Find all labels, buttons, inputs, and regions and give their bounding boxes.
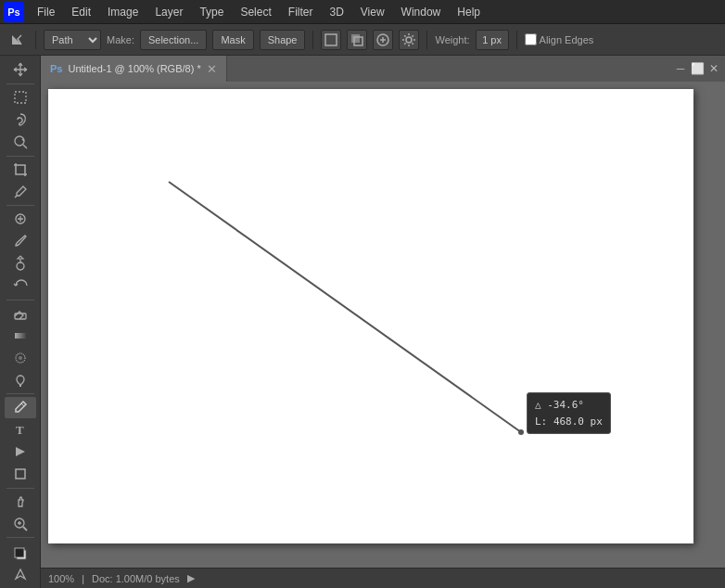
svg-point-10 [17,262,24,270]
status-bar: 100% | Doc: 1.00M/0 bytes ▶ [41,568,725,588]
path-endpoint [518,429,524,435]
options-bar: Path Shape Pixels Make: Selection... Mas… [0,24,725,56]
svg-rect-5 [15,92,26,103]
doc-tab-bar: Ps Untitled-1 @ 100% (RGB/8) * ✕ ─ ⬜ ✕ [41,56,725,82]
svg-rect-1 [351,34,360,43]
svg-point-14 [19,356,22,360]
tool-history-brush[interactable] [5,275,36,297]
tool-lasso[interactable] [5,109,36,131]
svg-line-19 [23,527,27,530]
menu-file[interactable]: File [30,4,62,20]
make-label: Make: [107,34,134,45]
tool-zoom[interactable] [5,513,36,534]
selection-button[interactable]: Selection... [140,30,207,50]
menu-image[interactable]: Image [100,4,146,20]
tool-gradient[interactable] [5,325,36,346]
path-ops-icon-1[interactable] [321,30,341,50]
angle-row: △ -34.6° [535,397,603,414]
menu-view[interactable]: View [353,4,392,20]
svg-point-6 [15,136,24,146]
tool-healing[interactable] [5,209,36,230]
tool-crop[interactable] [5,159,36,180]
gear-icon[interactable] [399,30,419,50]
path-ops-icon-2[interactable] [347,30,367,50]
align-edges-checkbox[interactable] [525,33,537,45]
doc-tab[interactable]: Ps Untitled-1 @ 100% (RGB/8) * ✕ [41,56,227,82]
angle-value: -34.6° [547,399,584,411]
tool-separator-5 [6,393,34,394]
svg-rect-17 [16,469,25,479]
zoom-level: 100% [48,573,74,584]
doc-minimize-btn[interactable]: ─ [673,61,688,76]
pen-path-line [169,182,521,432]
tool-path-select[interactable] [5,441,36,463]
main-area: T [0,56,725,588]
tool-eyedropper[interactable] [5,181,36,202]
path-ops-icon-3[interactable] [373,30,393,50]
menu-bar: Ps File Edit Image Layer Type Select Fil… [0,0,725,24]
doc-title: Untitled-1 @ 100% (RGB/8) * [68,63,200,74]
tool-hand[interactable] [5,491,36,512]
canvas-area: Ps Untitled-1 @ 100% (RGB/8) * ✕ ─ ⬜ ✕ [41,56,725,588]
doc-maximize-btn[interactable]: ⬜ [690,61,705,76]
svg-point-4 [406,37,412,43]
shape-button[interactable]: Shape [260,30,306,50]
doc-tab-controls: ─ ⬜ ✕ [673,56,725,82]
angle-symbol: △ [535,399,547,411]
tool-shape[interactable] [5,464,36,485]
menu-filter[interactable]: Filter [281,4,321,20]
measurement-tooltip: △ -34.6° L: 468.0 px [527,392,611,434]
svg-text:T: T [16,423,24,437]
mask-button[interactable]: Mask [212,30,253,50]
tool-eraser[interactable] [5,302,36,324]
menu-select[interactable]: Select [233,4,278,20]
tool-separator-4 [6,300,34,300]
length-row: L: 468.0 px [535,414,603,430]
tool-fg-bg[interactable] [5,541,36,562]
align-edges-label[interactable]: Align Edges [525,33,594,45]
tool-brush[interactable] [5,231,36,252]
svg-rect-21 [15,548,24,557]
tool-arrow-icon[interactable] [6,29,28,51]
doc-close-icon[interactable]: ✕ [207,62,217,76]
tool-separator-2 [6,156,34,157]
tool-move[interactable] [5,59,36,81]
menu-edit[interactable]: Edit [64,4,98,20]
status-separator: | [82,573,84,584]
tool-pen[interactable] [5,397,36,418]
menu-layer[interactable]: Layer [147,4,190,20]
tool-blur[interactable] [5,347,36,368]
ps-logo: Ps [4,2,24,22]
weight-input[interactable] [476,30,509,50]
svg-line-8 [15,196,17,198]
tool-type[interactable]: T [5,419,36,441]
separator-1 [35,31,36,49]
left-toolbar: T [0,56,41,588]
separator-4 [516,31,517,49]
menu-window[interactable]: Window [394,4,449,20]
status-arrow[interactable]: ▶ [187,572,195,584]
svg-rect-0 [325,34,337,45]
svg-line-7 [23,145,27,148]
tool-dodge[interactable] [5,369,36,390]
weight-label: Weight: [435,34,469,45]
tool-marquee[interactable] [5,87,36,109]
path-type-select[interactable]: Path Shape Pixels [44,30,101,50]
svg-rect-12 [15,333,26,339]
tool-separator-3 [6,205,34,206]
menu-3d[interactable]: 3D [322,4,350,20]
tool-quick-select[interactable] [5,132,36,153]
canvas-svg [48,89,693,543]
separator-3 [426,31,427,49]
tool-separator-1 [6,83,34,84]
menu-help[interactable]: Help [450,4,488,20]
length-symbol: L: [535,415,547,428]
tool-arrow-bottom[interactable] [5,563,36,584]
menu-type[interactable]: Type [192,4,231,20]
canvas[interactable]: △ -34.6° L: 468.0 px [48,89,693,543]
length-value: 468.0 px [553,415,603,428]
doc-close-btn[interactable]: ✕ [706,61,721,76]
tool-clone-stamp[interactable] [5,253,36,275]
canvas-wrapper[interactable]: △ -34.6° L: 468.0 px [41,82,725,568]
separator-2 [312,31,313,49]
